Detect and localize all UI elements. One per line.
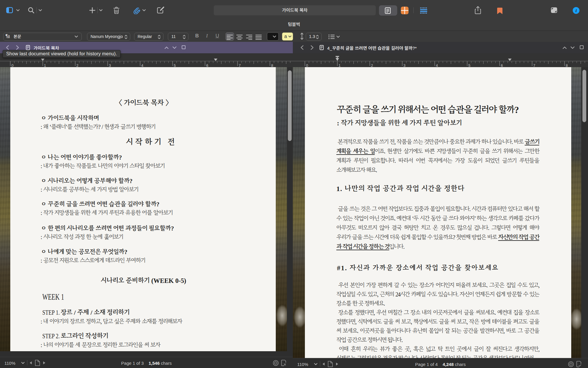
svg-text:3: 3 — [403, 64, 405, 67]
svg-text:5: 5 — [174, 64, 176, 67]
svg-text:0: 0 — [306, 64, 308, 67]
svg-text:1: 1 — [338, 64, 340, 67]
svg-text:7: 7 — [533, 64, 535, 67]
svg-text:8: 8 — [566, 64, 568, 67]
svg-text:3: 3 — [109, 64, 111, 67]
svg-text:7: 7 — [239, 64, 241, 67]
svg-text:6: 6 — [501, 64, 503, 67]
svg-text:2: 2 — [76, 64, 78, 67]
svg-text:6: 6 — [206, 64, 208, 67]
svg-text:5: 5 — [468, 64, 470, 67]
svg-text:8: 8 — [271, 64, 273, 67]
svg-text:0: 0 — [11, 64, 14, 67]
svg-text:4: 4 — [141, 64, 143, 67]
svg-text:1: 1 — [44, 64, 46, 67]
svg-text:4: 4 — [436, 64, 438, 67]
svg-text:2: 2 — [371, 64, 373, 67]
